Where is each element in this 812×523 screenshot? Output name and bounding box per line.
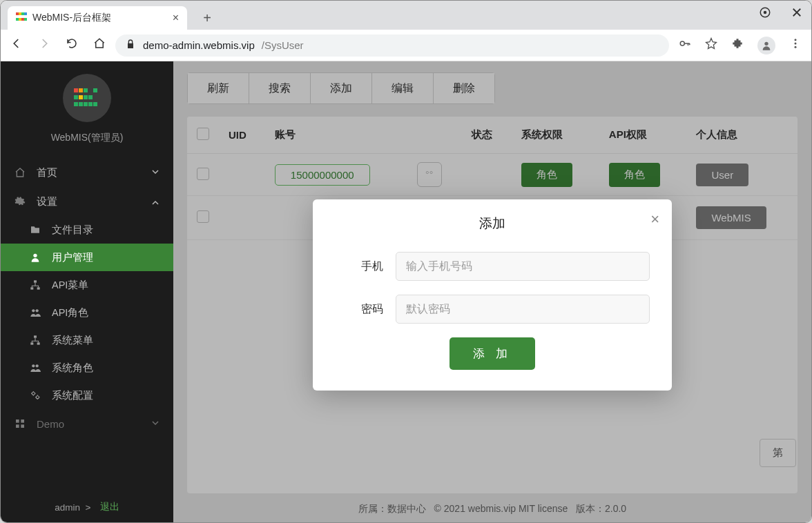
svg-rect-8: [34, 280, 37, 282]
svg-rect-14: [30, 342, 33, 344]
window-close-icon[interactable]: [791, 6, 803, 21]
key-icon[interactable]: [679, 37, 691, 53]
sidebar-item-label: 系统角色: [52, 362, 93, 375]
home-icon: [13, 167, 27, 178]
svg-point-16: [32, 364, 35, 367]
app-logo-icon: [63, 74, 111, 122]
url-field[interactable]: demo-admin.webmis.vip/SysUser: [115, 34, 669, 57]
sidebar-item-label: 文件目录: [52, 224, 93, 237]
svg-point-3: [764, 41, 768, 45]
sidebar-footer: admin > 退出: [1, 492, 173, 522]
sidebar-item-label: 用户管理: [52, 251, 93, 264]
svg-point-17: [36, 364, 39, 367]
sidebar-item-label: API角色: [52, 306, 88, 319]
chevron-down-icon: [150, 166, 161, 179]
modal-mask[interactable]: 添加 × 手机 密码 添 加: [173, 61, 811, 522]
sidebar-subitem-1-5[interactable]: 系统角色: [1, 354, 173, 382]
svg-rect-15: [37, 342, 40, 344]
phone-input[interactable]: [396, 252, 650, 281]
cogs-icon: [28, 390, 42, 401]
svg-point-18: [32, 392, 35, 395]
folder-icon: [28, 224, 42, 235]
main-area: 刷新搜索添加编辑删除 UID账号状态系统权限API权限个人信息 15000000…: [173, 61, 811, 522]
chevron-down-icon: [150, 417, 161, 431]
sidebar-item-0[interactable]: 首页: [1, 158, 173, 187]
star-icon[interactable]: [705, 37, 717, 53]
svg-point-12: [36, 309, 39, 312]
forward-icon[interactable]: [38, 37, 50, 53]
home-icon[interactable]: [93, 37, 106, 53]
sidebar-item-label: 系统配置: [52, 389, 93, 402]
sidebar-item-1[interactable]: 设置: [1, 187, 173, 216]
browser-tab[interactable]: WebMIS-后台框架 ×: [8, 6, 187, 30]
svg-point-19: [36, 396, 39, 399]
sidebar-subitem-1-0[interactable]: 文件目录: [1, 216, 173, 244]
sidebar-subitem-1-1[interactable]: 用户管理: [1, 244, 173, 271]
gear-icon: [13, 196, 27, 207]
svg-rect-13: [34, 335, 37, 337]
lock-icon: [125, 39, 136, 52]
extensions-icon[interactable]: [731, 37, 744, 53]
logout-link[interactable]: 退出: [100, 501, 119, 513]
add-modal: 添加 × 手机 密码 添 加: [313, 199, 672, 391]
profile-avatar-icon[interactable]: [757, 37, 775, 55]
tab-close-icon[interactable]: ×: [173, 12, 179, 24]
sidebar-subitem-1-4[interactable]: 系统菜单: [1, 326, 173, 354]
kebab-menu-icon[interactable]: [789, 37, 802, 53]
svg-rect-22: [16, 424, 19, 428]
browser-tabstrip: WebMIS-后台框架 × +: [1, 1, 811, 30]
favicon-icon: [16, 12, 27, 23]
chevron-down-icon: [150, 195, 161, 208]
sidebar-subitem-1-2[interactable]: API菜单: [1, 271, 173, 299]
svg-point-1: [764, 11, 767, 14]
grid-icon: [13, 418, 27, 429]
sidebar-item-label: 系统菜单: [52, 334, 93, 347]
password-input[interactable]: [396, 295, 650, 324]
tab-title: WebMIS-后台框架: [32, 12, 111, 24]
sidebar-subitem-1-6[interactable]: 系统配置: [1, 382, 173, 409]
svg-point-5: [795, 43, 797, 45]
svg-point-7: [33, 254, 37, 257]
modal-title: 添加: [335, 215, 650, 233]
footer-username: admin: [55, 502, 80, 513]
password-label: 密码: [335, 302, 383, 317]
browser-toolbar: demo-admin.webmis.vip/SysUser: [1, 30, 811, 61]
window-controls: [759, 6, 803, 21]
users-icon: [28, 362, 42, 373]
sitemap-icon: [28, 279, 42, 290]
url-path: /SysUser: [262, 39, 304, 51]
sidebar-item-label: 设置: [37, 195, 57, 208]
svg-rect-9: [30, 287, 33, 289]
sidebar-item-label: Demo: [37, 418, 64, 430]
sidebar-subitem-1-3[interactable]: API角色: [1, 299, 173, 326]
sidebar-item-2[interactable]: Demo: [1, 409, 173, 438]
svg-point-11: [32, 309, 35, 312]
sidebar-item-label: 首页: [37, 166, 57, 179]
back-icon[interactable]: [10, 37, 23, 53]
phone-label: 手机: [335, 259, 383, 274]
svg-point-2: [680, 41, 684, 46]
svg-rect-20: [16, 420, 19, 423]
sidebar: WebMIS(管理员) 首页设置文件目录用户管理API菜单API角色系统菜单系统…: [1, 61, 173, 522]
url-host: demo-admin.webmis.vip: [143, 39, 255, 51]
sidebar-item-label: API菜单: [52, 279, 88, 292]
svg-rect-21: [21, 420, 24, 423]
users-icon: [28, 307, 42, 318]
sitemap-icon: [28, 335, 42, 346]
user-icon: [28, 252, 42, 263]
modal-submit-button[interactable]: 添 加: [450, 337, 536, 370]
svg-rect-23: [21, 424, 24, 428]
modal-close-icon[interactable]: ×: [650, 210, 659, 228]
sidebar-user-label: WebMIS(管理员): [51, 132, 124, 144]
reload-icon[interactable]: [66, 37, 78, 53]
svg-point-4: [795, 39, 797, 41]
incognito-icon: [759, 6, 771, 21]
svg-point-6: [795, 46, 797, 48]
new-tab-button[interactable]: +: [197, 8, 218, 28]
svg-rect-10: [37, 287, 40, 289]
